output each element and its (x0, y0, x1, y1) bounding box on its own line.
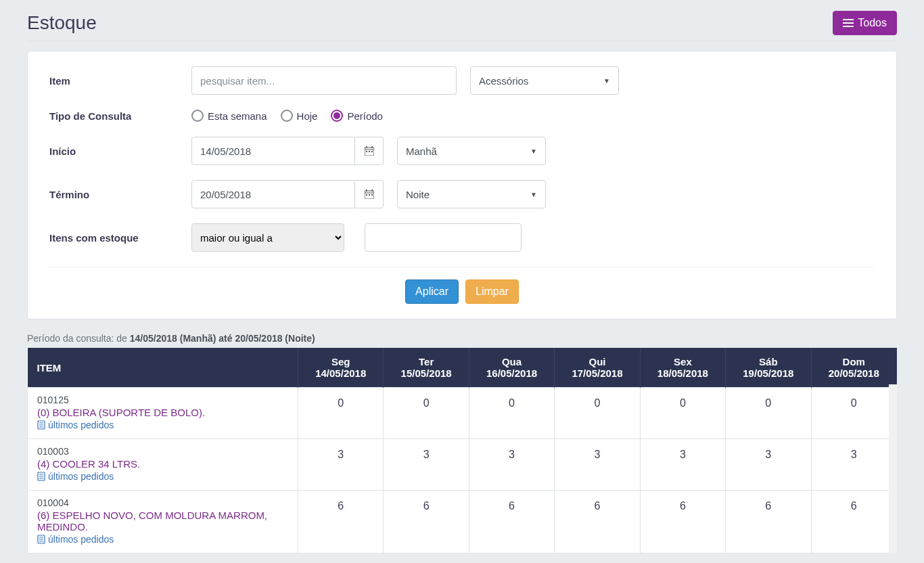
th-day: Qua16/05/2018 (469, 348, 554, 388)
th-day: Dom20/05/2018 (811, 348, 896, 388)
item-code: 010003 (37, 446, 69, 457)
clear-button[interactable]: Limpar (465, 279, 519, 304)
hamburger-icon (843, 19, 854, 27)
stock-value-cell: 3 (555, 439, 640, 491)
scrollbar[interactable] (889, 384, 897, 554)
last-orders-link[interactable]: últimos pedidos (37, 534, 114, 545)
stock-value-cell: 0 (384, 388, 469, 439)
termino-label: Término (49, 189, 191, 200)
svg-rect-9 (371, 189, 373, 192)
last-orders-link[interactable]: últimos pedidos (37, 471, 114, 482)
svg-rect-12 (369, 194, 370, 196)
item-code: 010004 (37, 497, 69, 508)
radio-esta-semana[interactable]: Esta semana (191, 110, 267, 122)
apply-button[interactable]: Aplicar (405, 279, 459, 304)
stock-value-cell: 6 (640, 491, 725, 554)
calendar-icon (365, 189, 374, 199)
stock-value-cell: 6 (469, 491, 554, 554)
th-day: Qui17/05/2018 (555, 348, 640, 388)
stock-value-cell: 3 (811, 439, 896, 491)
termino-period-select[interactable]: Noite ▼ (397, 180, 546, 208)
stock-value-cell: 6 (384, 491, 469, 554)
radio-hoje[interactable]: Hoje (281, 110, 318, 122)
stock-value-cell: 3 (469, 439, 554, 491)
stock-value-cell: 3 (640, 439, 725, 491)
estoque-value-input[interactable] (365, 223, 522, 252)
inicio-period-select[interactable]: Manhã ▼ (397, 137, 546, 165)
caret-down-icon: ▼ (603, 77, 610, 85)
termino-calendar-button[interactable] (355, 180, 384, 208)
table-row: 010004(6) ESPELHO NOVO, COM MOLDURA MARR… (28, 491, 897, 554)
stock-value-cell: 3 (298, 439, 384, 491)
radio-icon-checked (331, 110, 343, 122)
table-row: 010125(0) BOLEIRA (SUPORTE DE BOLO). últ… (28, 388, 897, 439)
document-icon (37, 420, 45, 430)
stock-value-cell: 3 (726, 439, 811, 491)
radio-periodo[interactable]: Período (331, 110, 383, 122)
item-name-link[interactable]: (6) ESPELHO NOVO, COM MOLDURA MARROM, ME… (37, 510, 288, 533)
query-summary: Período da consulta: de 14/05/2018 (Manh… (27, 333, 897, 344)
estoque-condition-select[interactable]: maior ou igual a (191, 223, 344, 252)
page-title: Estoque (27, 12, 97, 34)
svg-rect-6 (371, 151, 373, 152)
th-item: ITEM (28, 348, 298, 388)
svg-rect-8 (366, 189, 367, 192)
last-orders-link[interactable]: últimos pedidos (37, 420, 114, 430)
category-select[interactable]: Acessórios ▼ (470, 66, 619, 95)
radio-label: Esta semana (208, 110, 267, 122)
stock-value-cell: 0 (726, 388, 811, 439)
stock-value-cell: 6 (811, 491, 896, 554)
svg-rect-13 (371, 194, 373, 196)
document-icon (37, 472, 45, 481)
th-day: Seg14/05/2018 (298, 348, 384, 388)
stock-value-cell: 0 (555, 388, 640, 439)
inicio-label: Início (49, 145, 191, 157)
stock-table: ITEM Seg14/05/2018Ter15/05/2018Qua16/05/… (27, 348, 897, 554)
radio-label: Período (347, 110, 383, 122)
item-label: Item (49, 75, 191, 87)
todos-button-label: Todos (858, 17, 887, 29)
stock-value-cell: 0 (298, 388, 384, 439)
termino-date-input[interactable] (191, 180, 355, 208)
item-cell: 010004(6) ESPELHO NOVO, COM MOLDURA MARR… (28, 491, 298, 554)
estoque-label: Itens com estoque (49, 232, 191, 244)
svg-rect-11 (366, 194, 367, 196)
item-name-link[interactable]: (4) COOLER 34 LTRS. (37, 458, 288, 470)
tipo-consulta-label: Tipo de Consulta (49, 110, 191, 122)
stock-value-cell: 3 (384, 439, 469, 491)
stock-value-cell: 0 (469, 388, 554, 439)
item-cell: 010003(4) COOLER 34 LTRS. últimos pedido… (28, 439, 298, 491)
todos-button[interactable]: Todos (833, 11, 897, 35)
item-code: 010125 (37, 395, 69, 405)
radio-label: Hoje (297, 110, 318, 122)
th-day: Sáb19/05/2018 (726, 348, 811, 388)
svg-rect-4 (366, 151, 367, 152)
item-search-input[interactable] (191, 66, 457, 95)
termino-period-label: Noite (406, 189, 430, 200)
svg-rect-2 (371, 146, 373, 148)
caret-down-icon: ▼ (530, 191, 537, 198)
calendar-icon (365, 146, 374, 156)
stock-value-cell: 0 (640, 388, 725, 439)
stock-value-cell: 6 (298, 491, 384, 554)
stock-value-cell: 6 (726, 491, 811, 554)
radio-icon (281, 110, 293, 122)
radio-icon (191, 110, 204, 122)
stock-value-cell: 0 (811, 388, 896, 439)
inicio-date-input[interactable] (191, 137, 355, 165)
category-selected-label: Acessórios (479, 75, 528, 87)
tipo-consulta-radio-group: Esta semana Hoje Período (191, 110, 383, 122)
svg-rect-5 (369, 151, 370, 152)
document-icon (37, 535, 45, 544)
inicio-period-label: Manhã (406, 145, 437, 157)
item-cell: 010125(0) BOLEIRA (SUPORTE DE BOLO). últ… (28, 388, 298, 439)
inicio-calendar-button[interactable] (355, 137, 384, 165)
th-day: Ter15/05/2018 (384, 348, 469, 388)
caret-down-icon: ▼ (530, 148, 537, 155)
th-day: Sex18/05/2018 (640, 348, 725, 388)
svg-rect-1 (366, 146, 367, 148)
table-row: 010003(4) COOLER 34 LTRS. últimos pedido… (28, 439, 897, 491)
item-name-link[interactable]: (0) BOLEIRA (SUPORTE DE BOLO). (37, 407, 288, 418)
divider (49, 267, 875, 267)
filter-panel: Item Acessórios ▼ Tipo de Consulta Esta … (27, 51, 897, 319)
